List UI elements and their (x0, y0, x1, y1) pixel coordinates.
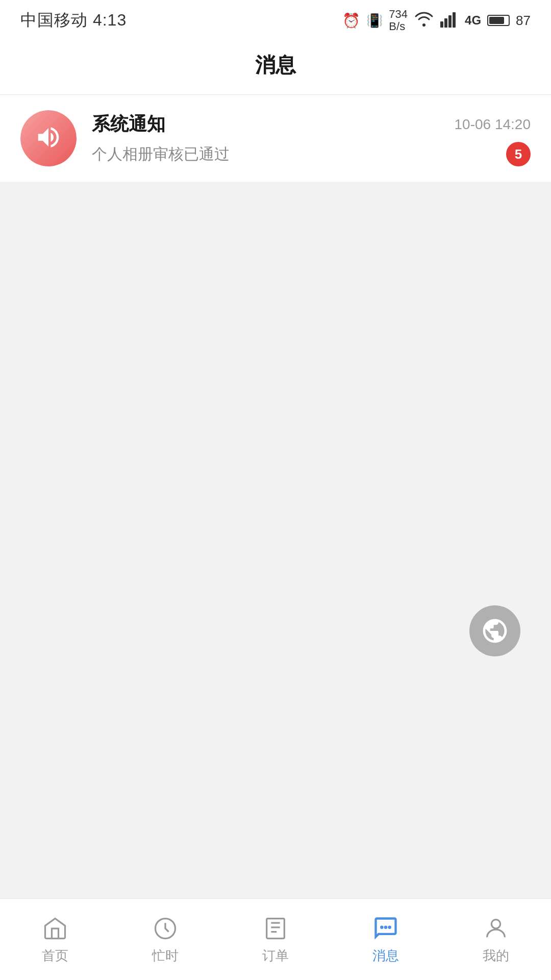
page-title: 消息 (0, 51, 551, 79)
svg-point-7 (384, 926, 388, 929)
4g-label: 4G (465, 13, 481, 28)
nav-busy[interactable]: 忙时 (110, 914, 220, 965)
svg-rect-0 (440, 21, 443, 28)
svg-point-6 (380, 926, 384, 929)
svg-rect-1 (444, 18, 447, 28)
bottom-navigation: 首页 忙时 订单 消息 (0, 898, 551, 980)
nav-busy-label: 忙时 (152, 947, 179, 965)
nav-orders-label: 订单 (262, 947, 289, 965)
data-speed: 734B/s (389, 8, 408, 33)
carrier-time: 中国移动 4:13 (20, 9, 127, 32)
svg-point-9 (491, 920, 500, 928)
page-header: 消息 (0, 41, 551, 95)
nav-messages-label: 消息 (372, 947, 399, 965)
messages-icon (371, 914, 400, 943)
nav-mine[interactable]: 我的 (441, 914, 551, 965)
nav-home-label: 首页 (42, 947, 68, 965)
speaker-icon (35, 124, 62, 153)
notification-time: 10-06 14:20 (455, 116, 531, 133)
vibrate-icon: 📳 (366, 13, 383, 29)
svg-rect-2 (448, 15, 452, 28)
orders-icon (261, 914, 290, 943)
notification-item[interactable]: 系统通知 10-06 14:20 个人相册审核已通过 5 (0, 95, 551, 182)
notification-icon-bg (20, 110, 77, 166)
notification-badge: 5 (506, 142, 531, 166)
signal-icon (440, 10, 459, 31)
nav-mine-label: 我的 (483, 947, 509, 965)
battery-level: 87 (516, 13, 531, 29)
status-bar: 中国移动 4:13 ⏰ 📳 734B/s 4G (0, 0, 551, 41)
svg-point-8 (388, 926, 391, 929)
nav-messages[interactable]: 消息 (331, 914, 441, 965)
content-area: 系统通知 10-06 14:20 个人相册审核已通过 5 (0, 95, 551, 980)
notification-preview: 个人相册审核已通过 (92, 144, 531, 165)
status-icons: ⏰ 📳 734B/s 4G 87 (342, 8, 531, 33)
home-icon (41, 914, 69, 943)
notification-title: 系统通知 (92, 112, 165, 137)
nav-home[interactable]: 首页 (0, 914, 110, 965)
battery-indicator (487, 15, 510, 26)
nav-orders[interactable]: 订单 (220, 914, 331, 965)
mine-icon (482, 914, 510, 943)
notification-body: 系统通知 10-06 14:20 个人相册审核已通过 (92, 112, 531, 165)
busy-icon (151, 914, 180, 943)
wifi-icon (414, 10, 434, 31)
svg-rect-5 (267, 919, 285, 939)
support-button[interactable] (469, 605, 520, 656)
notification-top-row: 系统通知 10-06 14:20 (92, 112, 531, 137)
alarm-icon: ⏰ (342, 12, 360, 29)
svg-rect-3 (453, 12, 456, 28)
